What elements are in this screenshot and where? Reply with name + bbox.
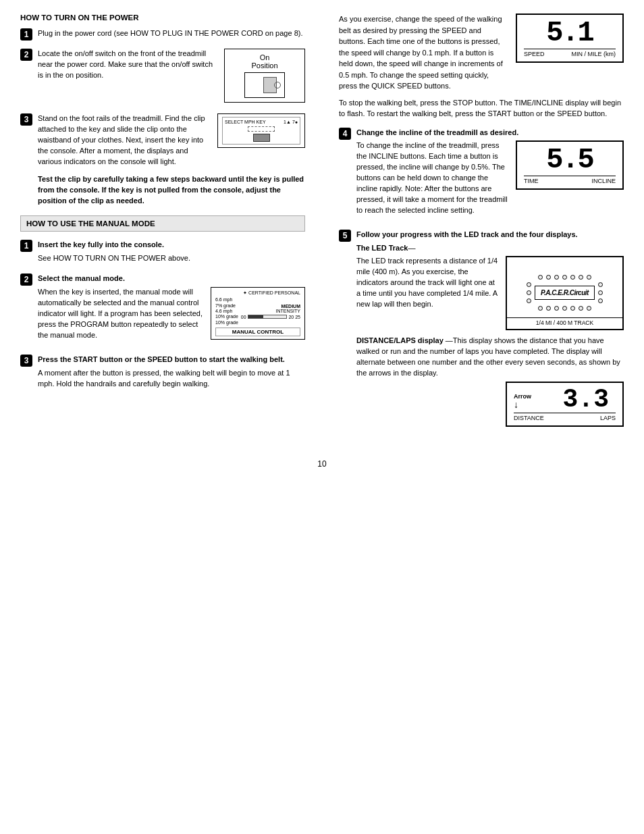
manual-control-label: MANUAL CONTROL [215,328,300,336]
manual-step-3: 3 Press the START button or the SPEED bu… [20,355,305,392]
led-dot [587,306,591,311]
right-column: As you exercise, change the speed of the… [332,14,624,439]
led-dot [554,306,559,311]
step-2-number: 2 [20,49,32,61]
led-dot [570,275,575,280]
led-dots-bottom [538,306,591,311]
step4-header: Change the incline of the treadmill as d… [356,128,624,138]
incline-display-labels: TIME INCLINE [524,176,616,184]
key-row-1: SELECT MPH KEY 1▲ 7● [225,120,298,124]
key-figure: SELECT MPH KEY 1▲ 7● [217,113,305,148]
led-dot [527,290,531,295]
led-dot [579,306,583,311]
progress-bar [248,315,288,319]
manual-step-2-inline: When the key is inserted, the manual mod… [38,287,305,344]
led-track-title: The LED Track— [356,243,624,254]
key-clip [225,134,298,142]
led-dot [527,298,531,303]
step-3-text-bold: Test the clip by carefully taking a few … [38,174,305,207]
dist-display-box: Arrow ↓ 3.3 DISTANCE LAPS [506,382,624,427]
page-number: 10 [20,459,624,469]
step-3-fig-text: Stand on the foot rails of the treadmill… [38,113,212,170]
step-1-content: Plug in the power cord (see HOW TO PLUG … [38,28,305,42]
manual-step-3-content: Press the START button or the SPEED butt… [38,355,305,392]
led-dot [579,275,583,280]
incline-display-value: 5.5 [524,146,616,174]
led-center-row: P.A.C.E.R.Circuit [527,282,603,303]
step-1: 1 Plug in the power cord (see HOW TO PLU… [20,28,305,42]
manual-step-1-content: Insert the key fully into the console. S… [38,240,305,267]
left-column: HOW TO TURN ON THE POWER 1 Plug in the p… [20,14,312,439]
incline-label-left: TIME [524,178,539,184]
speed-display-labels: SPEED MIN / MILE (km) [524,49,616,57]
led-track-figure: P.A.C.E.R.Circuit [506,256,624,330]
step-2-content: Locate the on/off switch on the front of… [38,49,305,107]
manual-step-3-text: A moment after the button is pressed, th… [38,368,305,390]
key-clip-shape [253,134,270,142]
step-3-inline: Stand on the foot rails of the treadmill… [38,113,305,170]
manual-medium-row: 6.6 mph 7% grade 4.6 mph 10% grade 10% g… [215,297,300,325]
manual-step-2-content: Select the manual mode. When the key is … [38,273,305,348]
manual-figure: ✦ CERTIFIED PERSONAL 6.6 mph 7% grade 4.… [211,287,305,340]
manual-step-2-text: When the key is inserted, the manual mod… [38,287,205,344]
right-step-5-number: 5 [339,230,351,242]
led-dot [598,298,603,303]
right-step-4-content: Change the incline of the treadmill as d… [356,128,624,224]
led-dots-top [538,275,591,280]
speed-display-box: 5.1 SPEED MIN / MILE (km) [516,14,624,63]
right-step-5-content: Follow your progress with the LED track … [356,230,624,432]
led-dot [562,306,567,311]
manual-step-2: 2 Select the manual mode. When the key i… [20,273,305,348]
distance-laps-section: DISTANCE/LAPS display —This display show… [356,336,624,427]
dist-label-right: LAPS [600,415,616,421]
manual-certified: ✦ CERTIFIED PERSONAL [215,290,300,296]
step-2: 2 Locate the on/off switch on the front … [20,49,305,107]
section2-title: HOW TO USE THE MANUAL MODE [26,219,155,228]
page-layout: HOW TO TURN ON THE POWER 1 Plug in the p… [20,14,624,439]
led-dot [570,306,575,311]
section1-title: HOW TO TURN ON THE POWER [20,14,305,22]
switch-knob [274,82,281,88]
switch-rect [244,72,285,98]
distance-laps-title: DISTANCE/LAPS display —This display show… [356,336,624,379]
led-left-side [527,282,531,303]
led-dot [554,275,559,280]
step-2-text: Locate the on/off switch on the front of… [38,49,219,84]
incline-label-right: INCLINE [591,178,616,184]
manual-step-1-text: See HOW TO TURN ON THE POWER above. [38,253,305,264]
led-dot [527,282,531,287]
led-dot [587,275,591,280]
intro-row: As you exercise, change the speed of the… [339,14,624,92]
intro-text: As you exercise, change the speed of the… [339,14,509,92]
manual-controls: MEDIUM INTENSITY 00 20 25 [241,304,300,319]
speed-display-value: 5.1 [524,19,616,47]
led-dot [598,282,603,287]
speed-label-left: SPEED [524,51,545,57]
manual-step-3-number: 3 [20,355,32,367]
step-3-number: 3 [20,113,32,126]
step-1-text: Plug in the power cord (see HOW TO PLUG … [38,28,305,39]
key-figure-inner: SELECT MPH KEY 1▲ 7● [222,117,300,145]
on-position-label: On Position [232,53,298,70]
step-3: 3 Stand on the foot rails of the treadmi… [20,113,305,209]
step-1-number: 1 [20,28,32,41]
led-dot [546,306,551,311]
manual-step-1: 1 Insert the key fully into the console.… [20,240,305,267]
step-2-inline: Locate the on/off switch on the front of… [38,49,305,103]
led-dot [538,275,543,280]
led-center-text: P.A.C.E.R.Circuit [535,286,595,300]
key-cord [248,126,275,132]
led-right-side [598,282,603,303]
incline-display-box: 5.5 TIME INCLINE [516,140,624,190]
manual-step-1-header: Insert the key fully into the console. [38,240,305,251]
step4-inline: To change the incline of the treadmill, … [356,140,624,219]
led-track-text: The LED track represents a distance of 1… [356,256,500,313]
led-dot [598,290,603,295]
right-step-4-number: 4 [339,128,351,140]
dist-arrow: Arrow ↓ [514,392,531,409]
led-dot [538,306,543,311]
dist-arrow-symbol: ↓ [514,400,531,409]
step-3-text1: Stand on the foot rails of the treadmill… [38,113,212,167]
step-3-content: Stand on the foot rails of the treadmill… [38,113,305,209]
step5-header: Follow your progress with the LED track … [356,230,624,240]
